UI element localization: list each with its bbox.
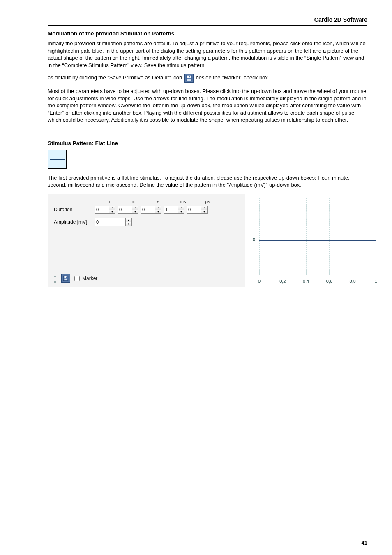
svg-rect-6 xyxy=(66,277,67,278)
paragraph-1b-after: beside the "Marker" check box. xyxy=(196,75,269,81)
page-number: 41 xyxy=(362,540,367,546)
spin-h[interactable]: ▲▼ xyxy=(95,206,115,214)
spin-us-down[interactable]: ▼ xyxy=(201,210,207,214)
page-header: Cardio 2D Software xyxy=(48,16,367,23)
spin-us[interactable]: ▲▼ xyxy=(187,206,208,214)
spin-s-input[interactable] xyxy=(141,206,155,214)
plot-panel: 0 0 0,2 0,4 0,6 0,8 1 xyxy=(245,194,380,287)
spin-s-down[interactable]: ▼ xyxy=(155,210,161,214)
header-rule xyxy=(48,25,367,26)
spin-s-up[interactable]: ▲ xyxy=(155,206,161,210)
heading-modulation: Modulation of the provided Stimulation P… xyxy=(48,30,367,37)
hdr-s: s xyxy=(146,199,171,204)
xtick-5: 1 xyxy=(375,279,377,284)
svg-rect-3 xyxy=(187,79,191,81)
spin-m-input[interactable] xyxy=(118,206,132,214)
flatline-plot: 0 0 0,2 0,4 0,6 0,8 1 xyxy=(245,194,380,287)
marker-checkbox[interactable] xyxy=(74,276,80,281)
spin-s[interactable]: ▲▼ xyxy=(141,206,161,214)
hdr-h: h xyxy=(97,199,121,204)
duration-label: Duration xyxy=(54,207,95,213)
spin-m[interactable]: ▲▼ xyxy=(118,206,138,214)
paragraph-1: Initially the provided stimulation patte… xyxy=(48,40,367,69)
primitive-flatline-icon xyxy=(48,150,67,169)
amplitude-input[interactable] xyxy=(95,218,125,226)
paragraph-1b: as default by clicking the "Save Primiti… xyxy=(48,74,367,83)
save-icon xyxy=(184,74,194,83)
xtick-0: 0 xyxy=(258,279,261,284)
paragraph-2: Most of the parameters have to be adjust… xyxy=(48,88,367,124)
paragraph-3: The first provided primitive is a flat l… xyxy=(48,174,367,189)
spin-us-up[interactable]: ▲ xyxy=(201,206,207,210)
hdr-us: µs xyxy=(195,199,220,204)
settings-left: h m s ms µs Duration ▲▼ ▲▼ xyxy=(48,194,245,287)
hdr-m: m xyxy=(121,199,146,204)
toolbar-grip xyxy=(54,274,56,283)
amp-up[interactable]: ▲ xyxy=(126,218,131,222)
spin-us-input[interactable] xyxy=(187,206,201,214)
svg-rect-1 xyxy=(187,76,191,78)
svg-rect-7 xyxy=(64,279,67,280)
spin-m-down[interactable]: ▼ xyxy=(132,210,138,214)
spin-ms-up[interactable]: ▲ xyxy=(178,206,184,210)
duration-headers: h m s ms µs xyxy=(97,199,239,204)
spin-h-input[interactable] xyxy=(95,206,109,214)
spin-h-up[interactable]: ▲ xyxy=(109,206,115,210)
spin-ms-input[interactable] xyxy=(164,206,178,214)
spin-ms-down[interactable]: ▼ xyxy=(178,210,184,214)
spin-h-down[interactable]: ▼ xyxy=(109,210,115,214)
amp-down[interactable]: ▼ xyxy=(126,222,131,226)
amplitude-label: Amplitude [mV] xyxy=(54,219,95,225)
svg-rect-5 xyxy=(64,276,67,278)
marker-checkbox-wrap[interactable]: Marker xyxy=(74,275,97,281)
xtick-3: 0,6 xyxy=(326,279,332,284)
svg-rect-2 xyxy=(189,76,190,78)
plot-line xyxy=(259,240,376,241)
xtick-2: 0,4 xyxy=(303,279,309,284)
marker-label: Marker xyxy=(82,275,97,281)
footer-rule xyxy=(48,536,367,536)
xtick-4: 0,8 xyxy=(350,279,356,284)
hdr-ms: ms xyxy=(171,199,195,204)
heading-flatline: Stimulus Pattern: Flat Line xyxy=(48,140,367,146)
paragraph-1b-before: as default by clicking the "Save Primiti… xyxy=(48,75,182,81)
spin-m-up[interactable]: ▲ xyxy=(132,206,138,210)
spin-ms[interactable]: ▲▼ xyxy=(164,206,184,214)
xtick-1: 0,2 xyxy=(279,279,286,284)
save-primitive-button[interactable] xyxy=(61,274,70,283)
settings-panel: h m s ms µs Duration ▲▼ ▲▼ xyxy=(48,194,380,287)
ytick-0: 0 xyxy=(253,237,255,242)
